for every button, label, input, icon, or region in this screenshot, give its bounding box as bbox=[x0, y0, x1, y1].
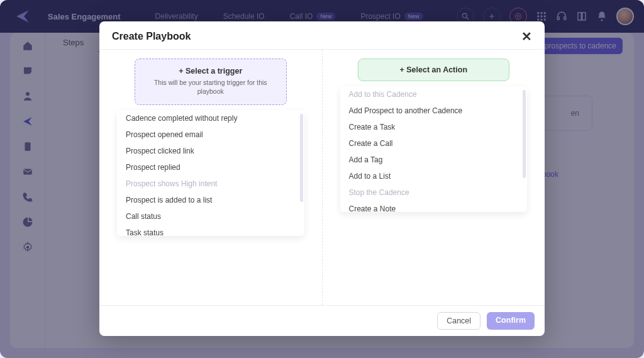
select-action-box[interactable]: + Select an Action bbox=[358, 59, 510, 81]
cancel-button[interactable]: Cancel bbox=[437, 312, 480, 330]
action-option[interactable]: Create a Note bbox=[340, 201, 528, 212]
action-option[interactable]: Create a Task bbox=[340, 119, 528, 135]
trigger-option[interactable]: Prospect clicked link bbox=[117, 143, 304, 159]
modal-header: Create Playbook ✕ bbox=[99, 21, 545, 50]
action-option[interactable]: Add a Tag bbox=[340, 152, 528, 168]
trigger-option[interactable]: Prospect is added to a list bbox=[117, 192, 304, 208]
trigger-option[interactable]: Prospect opened email bbox=[117, 126, 304, 143]
action-column: + Select an Action Add to this Cadence A… bbox=[323, 50, 545, 305]
select-trigger-subtitle: This will be your starting trigger for t… bbox=[147, 78, 275, 96]
modal-body: + Select a trigger This will be your sta… bbox=[99, 50, 545, 305]
trigger-option[interactable]: Call status bbox=[117, 208, 304, 225]
trigger-column: + Select a trigger This will be your sta… bbox=[99, 50, 323, 305]
trigger-options: Cadence completed without reply Prospect… bbox=[117, 110, 304, 236]
action-option[interactable]: Add Prospect to another Cadence bbox=[340, 103, 528, 119]
trigger-option[interactable]: Task status bbox=[117, 225, 304, 236]
confirm-button[interactable]: Confirm bbox=[487, 312, 535, 330]
modal-overlay: Create Playbook ✕ + Select a trigger Thi… bbox=[0, 0, 644, 358]
trigger-option[interactable]: Cadence completed without reply bbox=[117, 110, 304, 126]
modal-footer: Cancel Confirm bbox=[99, 305, 545, 336]
trigger-option[interactable]: Prospect replied bbox=[117, 159, 304, 176]
select-trigger-box[interactable]: + Select a trigger This will be your sta… bbox=[135, 59, 287, 105]
create-playbook-modal: Create Playbook ✕ + Select a trigger Thi… bbox=[99, 21, 545, 336]
action-option-disabled: Add to this Cadence bbox=[340, 86, 528, 103]
modal-title: Create Playbook bbox=[112, 31, 191, 42]
action-options: Add to this Cadence Add Prospect to anot… bbox=[340, 86, 528, 212]
action-option[interactable]: Create a Call bbox=[340, 135, 528, 152]
close-icon[interactable]: ✕ bbox=[521, 30, 532, 43]
trigger-option-disabled: Prospect shows High intent bbox=[117, 176, 304, 192]
action-option[interactable]: Add to a List bbox=[340, 168, 528, 184]
select-trigger-title: + Select a trigger bbox=[147, 67, 275, 76]
action-option-disabled: Stop the Cadence bbox=[340, 184, 528, 201]
